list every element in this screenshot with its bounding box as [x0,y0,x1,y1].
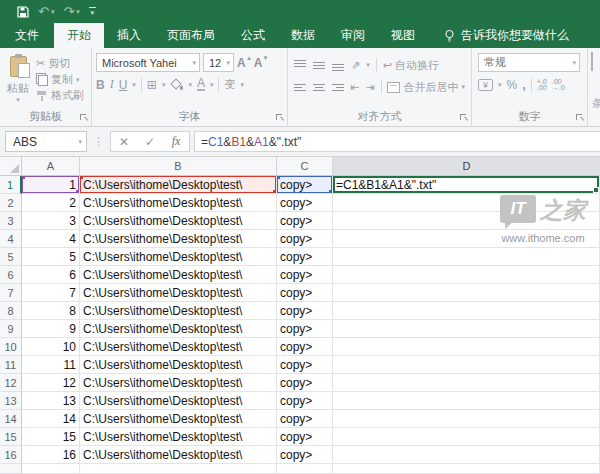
align-left-icon[interactable] [294,82,307,93]
font-dialog-launcher[interactable] [276,114,284,122]
tab-审阅[interactable]: 审阅 [328,23,378,48]
wrap-text-button[interactable]: ↩自动换行 [383,58,439,73]
cell-b3[interactable]: C:\Users\ithome\Desktop\test\ [80,212,277,230]
borders-dropdown-icon[interactable]: ▾ [162,81,166,89]
fill-color-button[interactable] [170,78,183,91]
column-header-a[interactable]: A [22,157,80,176]
phonetic-guide-button[interactable]: 变 [224,77,235,92]
cell-b15[interactable]: C:\Users\ithome\Desktop\test\ [80,428,277,446]
cancel-button[interactable]: ✕ [111,135,137,149]
cell-a9[interactable]: 9 [22,320,80,338]
cell-a14[interactable]: 14 [22,410,80,428]
cell-partial[interactable] [277,464,333,474]
select-all-button[interactable] [0,157,22,176]
cell-d11[interactable] [333,356,600,374]
column-header-c[interactable]: C [277,157,333,176]
cell-b13[interactable]: C:\Users\ithome\Desktop\test\ [80,392,277,410]
cell-d9[interactable] [333,320,600,338]
tell-me-box[interactable]: 告诉我你想要做什么 [444,23,569,48]
name-box-dropdown-icon[interactable]: ▾ [78,138,82,146]
formula-bar-splitter[interactable]: ⋮ [91,135,106,148]
row-header-16[interactable]: 16 [0,446,22,464]
redo-dropdown-icon[interactable]: ▾ [76,8,80,15]
underline-button[interactable]: U [119,78,128,92]
cell-b14[interactable]: C:\Users\ithome\Desktop\test\ [80,410,277,428]
cell-a12[interactable]: 12 [22,374,80,392]
clipboard-dialog-launcher[interactable] [80,114,88,122]
cell-partial[interactable] [80,464,277,474]
cell-a15[interactable]: 15 [22,428,80,446]
cell-a4[interactable]: 4 [22,230,80,248]
underline-dropdown-icon[interactable]: ▾ [132,81,136,89]
percent-style-button[interactable]: % [507,78,518,92]
row-header-5[interactable]: 5 [0,248,22,266]
cell-c5[interactable]: copy> [277,248,333,266]
cell-b8[interactable]: C:\Users\ithome\Desktop\test\ [80,302,277,320]
redo-button[interactable]: ↷▾ [63,5,79,18]
cell-partial[interactable] [22,464,80,474]
accounting-dropdown-icon[interactable]: ▾ [498,81,502,89]
decrease-indent-icon[interactable]: ⇤ [350,81,359,94]
row-header-4[interactable]: 4 [0,230,22,248]
alignment-dialog-launcher[interactable] [460,114,468,122]
merge-dropdown-icon[interactable]: ▾ [461,83,465,91]
cell-b11[interactable]: C:\Users\ithome\Desktop\test\ [80,356,277,374]
cell-c9[interactable]: copy> [277,320,333,338]
cell-a5[interactable]: 5 [22,248,80,266]
cell-partial[interactable] [333,464,600,474]
bold-button[interactable]: B [96,78,105,92]
cell-b10[interactable]: C:\Users\ithome\Desktop\test\ [80,338,277,356]
cell-c16[interactable]: copy> [277,446,333,464]
accounting-format-button[interactable]: ¥ [478,79,493,91]
cell-d13[interactable] [333,392,600,410]
row-header-6[interactable]: 6 [0,266,22,284]
row-header-11[interactable]: 11 [0,356,22,374]
cell-b2[interactable]: C:\Users\ithome\Desktop\test\ [80,194,277,212]
column-header-d[interactable]: D [333,157,600,176]
paste-dropdown-icon[interactable]: ▾ [16,96,20,104]
tab-开始[interactable]: 开始 [54,23,104,48]
formula-input[interactable]: =C1&B1&A1&".txt" [194,131,600,152]
cell-c3[interactable]: copy> [277,212,333,230]
cell-b12[interactable]: C:\Users\ithome\Desktop\test\ [80,374,277,392]
tab-file[interactable]: 文件 [0,23,54,48]
number-dialog-launcher[interactable] [576,114,584,122]
cell-c11[interactable]: copy> [277,356,333,374]
cell-a8[interactable]: 8 [22,302,80,320]
cell-a2[interactable]: 2 [22,194,80,212]
cell-c10[interactable]: copy> [277,338,333,356]
cell-c14[interactable]: copy> [277,410,333,428]
copy-button[interactable]: 复制▾ [36,73,84,86]
cell-d1[interactable]: =C1&B1&A1&".txt" [333,176,600,194]
row-header-12[interactable]: 12 [0,374,22,392]
increase-decimal-button[interactable]: +.0.00 [537,79,547,91]
borders-button[interactable]: ⊞ [147,78,157,92]
tab-视图[interactable]: 视图 [378,23,428,48]
cell-a13[interactable]: 13 [22,392,80,410]
cell-c15[interactable]: copy> [277,428,333,446]
row-header-7[interactable]: 7 [0,284,22,302]
cell-a6[interactable]: 6 [22,266,80,284]
align-center-icon[interactable] [313,82,326,93]
cell-c8[interactable]: copy> [277,302,333,320]
phonetic-dropdown-icon[interactable]: ▾ [240,81,244,89]
cell-d15[interactable] [333,428,600,446]
undo-dropdown-icon[interactable]: ▾ [51,8,55,15]
copy-dropdown-icon[interactable]: ▾ [76,73,80,86]
align-bottom-icon[interactable] [332,60,345,71]
cell-c13[interactable]: copy> [277,392,333,410]
font-size-select[interactable]: 12▾ [203,53,234,72]
name-box[interactable]: ABS▾ [5,131,87,152]
align-middle-icon[interactable] [313,60,326,71]
row-header-8[interactable]: 8 [0,302,22,320]
row-header-13[interactable]: 13 [0,392,22,410]
insert-function-button[interactable]: fx [163,134,189,149]
cell-a1[interactable]: 1 [22,176,80,194]
undo-button[interactable]: ↶▾ [38,5,54,18]
row-header-14[interactable]: 14 [0,410,22,428]
cell-a7[interactable]: 7 [22,284,80,302]
cell-c6[interactable]: copy> [277,266,333,284]
cell-d8[interactable] [333,302,600,320]
cell-d2[interactable] [333,194,600,212]
cell-c2[interactable]: copy> [277,194,333,212]
